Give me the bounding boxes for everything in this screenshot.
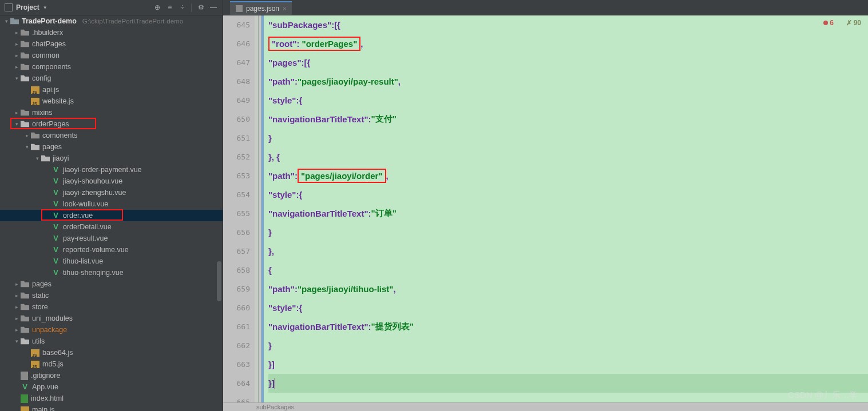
chevron-right-icon[interactable] <box>13 27 21 38</box>
collapse-icon[interactable]: ÷ <box>178 3 187 12</box>
fold-marker[interactable] <box>255 336 261 355</box>
fold-marker[interactable] <box>255 110 261 129</box>
tree-item[interactable]: VorderDetail.vue <box>0 221 223 233</box>
fold-marker[interactable] <box>255 15 261 34</box>
code-line[interactable]: } <box>268 129 868 147</box>
fold-marker[interactable] <box>255 261 261 280</box>
tree-item[interactable]: main.js <box>0 404 223 411</box>
project-root-row[interactable]: TradePort-demo G:\ckip\TradePort\TradePo… <box>0 15 223 27</box>
error-badge[interactable]: 6 <box>823 19 834 27</box>
code-line[interactable]: { <box>268 261 868 280</box>
code-line[interactable]: "navigationBarTitleText": "提货列表" <box>268 317 868 336</box>
tree-item[interactable]: api.js <box>0 84 223 95</box>
code-line-current[interactable]: }] <box>268 374 868 393</box>
tree-item[interactable]: base64.js <box>0 347 223 358</box>
code-line[interactable]: } <box>268 336 868 355</box>
fold-gutter[interactable] <box>255 15 261 402</box>
fold-marker[interactable] <box>255 72 261 91</box>
tree-item[interactable]: md5.js <box>0 358 223 370</box>
code-line[interactable]: "subPackages": [{ <box>268 15 868 34</box>
tree-item[interactable]: orderPages <box>0 118 223 130</box>
chevron-down-icon[interactable]: ▼ <box>43 5 47 10</box>
code-content[interactable]: "subPackages": [{ "root": "orderPages", … <box>264 15 868 402</box>
code-line[interactable]: "pages": [{ <box>268 53 868 72</box>
chevron-right-icon[interactable] <box>13 324 21 336</box>
code-line[interactable]: "style": { <box>268 298 868 317</box>
code-line[interactable]: "path": "pages/jiaoyi/pay-result", <box>268 72 868 91</box>
chevron-right-icon[interactable] <box>13 61 21 73</box>
code-line[interactable]: "style": { <box>268 91 868 110</box>
tree-item[interactable]: Vjiaoyi-order-payment.vue <box>0 164 223 175</box>
code-line[interactable]: "style": { <box>268 185 868 204</box>
code-line[interactable]: }] <box>268 355 868 374</box>
tree-item[interactable]: Vlook-wuliu.vue <box>0 198 223 210</box>
code-area[interactable]: 6456466476486496506516526536546556566576… <box>223 15 868 402</box>
fold-marker[interactable] <box>255 129 261 147</box>
tree-item[interactable]: index.html <box>0 393 223 404</box>
chevron-right-icon[interactable] <box>23 130 31 141</box>
fold-marker[interactable] <box>255 53 261 72</box>
code-line[interactable]: "navigationBarTitleText": "订单" <box>268 204 868 223</box>
expand-icon[interactable]: ≡ <box>165 3 175 12</box>
tree-item[interactable]: Vreported-volume.vue <box>0 244 223 256</box>
chevron-right-icon[interactable] <box>13 301 21 313</box>
code-line[interactable]: }, <box>268 242 868 261</box>
tree-item[interactable]: Vpay-result.vue <box>0 233 223 244</box>
code-line[interactable]: "path": "pages/jiaoyi/order", <box>268 166 868 185</box>
scrollbar[interactable] <box>216 15 223 411</box>
fold-marker[interactable] <box>255 242 261 261</box>
tree-item[interactable]: jiaoyi <box>0 153 223 164</box>
fold-marker[interactable] <box>255 204 261 223</box>
tree-item[interactable]: Vorder.vue <box>0 210 223 221</box>
code-line[interactable]: } <box>268 223 868 242</box>
chevron-right-icon[interactable] <box>13 313 21 324</box>
fold-marker[interactable] <box>255 355 261 374</box>
code-line[interactable]: "path": "pages/jiaoyi/tihuo-list", <box>268 280 868 298</box>
tree-item[interactable]: utils <box>0 336 223 347</box>
tree-item[interactable]: Vtihuo-list.vue <box>0 256 223 267</box>
fold-marker[interactable] <box>255 393 261 402</box>
chevron-right-icon[interactable] <box>13 278 21 290</box>
fold-marker[interactable] <box>255 91 261 110</box>
tree-item[interactable]: static <box>0 290 223 301</box>
tree-item[interactable]: Vjiaoyi-shouhou.vue <box>0 175 223 187</box>
code-line[interactable]: "navigationBarTitleText": "支付" <box>268 110 868 129</box>
tree-item[interactable]: pages <box>0 141 223 153</box>
code-line[interactable] <box>268 393 868 402</box>
target-icon[interactable]: ⊕ <box>153 3 162 12</box>
fold-marker[interactable] <box>255 223 261 242</box>
fold-marker[interactable] <box>255 298 261 317</box>
close-icon[interactable]: × <box>283 5 286 12</box>
tree-item[interactable]: Vtihuo-shenqing.vue <box>0 267 223 278</box>
tree-item[interactable]: config <box>0 73 223 84</box>
tree-item[interactable]: store <box>0 301 223 313</box>
code-line[interactable]: }, { <box>268 147 868 166</box>
fold-marker[interactable] <box>255 185 261 204</box>
tree-item[interactable]: VApp.vue <box>0 381 223 393</box>
tree-item[interactable]: chatPages <box>0 38 223 50</box>
tree-item[interactable]: .hbuilderx <box>0 27 223 38</box>
chevron-right-icon[interactable] <box>13 38 21 50</box>
fold-marker[interactable] <box>255 147 261 166</box>
chevron-right-icon[interactable] <box>13 107 21 118</box>
chevron-down-icon[interactable] <box>23 141 31 153</box>
chevron-down-icon[interactable] <box>33 153 41 164</box>
chevron-right-icon[interactable] <box>13 290 21 301</box>
tree-item[interactable]: Vjiaoyi-zhengshu.vue <box>0 187 223 198</box>
fold-marker[interactable] <box>255 34 261 53</box>
chevron-down-icon[interactable] <box>13 336 21 347</box>
fold-marker[interactable] <box>255 166 261 185</box>
tree-item[interactable]: website.js <box>0 95 223 107</box>
hide-icon[interactable]: — <box>209 3 218 12</box>
tree-item[interactable]: components <box>0 61 223 73</box>
chevron-right-icon[interactable] <box>13 50 21 61</box>
warn-badge[interactable]: ✗90 <box>846 19 861 27</box>
gear-icon[interactable]: ⚙ <box>196 3 205 12</box>
tree-item[interactable]: uni_modules <box>0 313 223 324</box>
tab-pages-json[interactable]: pages.json × <box>230 1 292 15</box>
chevron-down-icon[interactable] <box>13 73 21 84</box>
chevron-down-icon[interactable] <box>2 15 10 27</box>
tree-item[interactable]: unpackage <box>0 324 223 336</box>
tree-item[interactable]: comonents <box>0 130 223 141</box>
tree-item[interactable]: pages <box>0 278 223 290</box>
